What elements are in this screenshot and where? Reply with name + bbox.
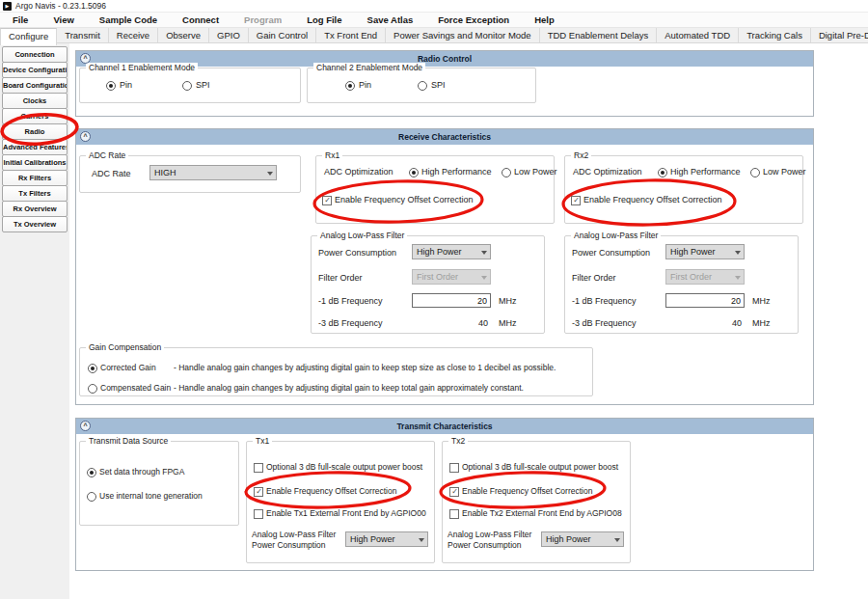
- sidebar-item-rx-overview[interactable]: Rx Overview: [2, 201, 68, 217]
- gain-compensation-legend: Gain Compensation: [86, 342, 164, 352]
- tab-configure[interactable]: Configure: [0, 28, 57, 45]
- tab-observe[interactable]: Observe: [158, 28, 209, 42]
- rx1-f1-frequency-input[interactable]: [412, 293, 491, 308]
- rx1-freq-offset-checkbox[interactable]: [322, 196, 332, 205]
- sidebar-item-tx-overview[interactable]: Tx Overview: [2, 216, 68, 232]
- menu-save-atlas[interactable]: Save Atlas: [355, 14, 426, 25]
- power-consumption-label: Power Consumption: [572, 248, 650, 258]
- mhz-unit-label: MHz: [752, 296, 771, 306]
- channel1-spi-radio[interactable]: [182, 81, 192, 91]
- sidebar-item-carriers[interactable]: Carriers: [2, 108, 68, 124]
- corrected-gain-label: Corrected Gain: [100, 363, 156, 372]
- chevron-down-icon: [481, 276, 487, 280]
- tab-digital-pre-distortion[interactable]: Digital Pre-Distortion: [811, 28, 868, 42]
- tx2-freq-offset-label: Enable Frequency Offset Correction: [462, 486, 592, 496]
- chevron-down-icon: [267, 172, 273, 176]
- tab-gpio[interactable]: GPIO: [209, 28, 249, 42]
- adc-rate-select[interactable]: HIGH: [149, 165, 277, 180]
- sidebar: Connection Device Configuration Board Co…: [0, 43, 69, 599]
- tab-receive[interactable]: Receive: [109, 28, 158, 42]
- power-consumption-label: Power Consumption: [318, 248, 396, 258]
- corrected-gain-radio[interactable]: [88, 364, 97, 373]
- sidebar-item-connection[interactable]: Connection: [2, 46, 68, 63]
- channel2-spi-label: SPI: [431, 80, 446, 90]
- menu-sample-code[interactable]: Sample Code: [87, 14, 170, 25]
- sidebar-item-rx-filters[interactable]: Rx Filters: [2, 170, 68, 186]
- rx1-adc-optimization-label: ADC Optimization: [324, 167, 393, 177]
- compensated-gain-radio[interactable]: [88, 384, 97, 394]
- sidebar-item-device-configuration[interactable]: Device Configuration: [2, 62, 68, 78]
- rx2-high-performance-radio[interactable]: [658, 168, 667, 177]
- fpga-data-radio[interactable]: [87, 468, 96, 477]
- menu-file[interactable]: File: [0, 14, 41, 25]
- tx2-lpf-power-value: High Power: [546, 534, 591, 544]
- filter-order-label: Filter Order: [572, 273, 616, 283]
- transmit-characteristics-header: ^ Transmit Characteristics: [76, 419, 813, 434]
- tab-tdd-enablement-delays[interactable]: TDD Enablement Delays: [540, 28, 658, 42]
- rx2-f3-frequency-value: 40: [665, 318, 742, 328]
- chevron-down-icon: [419, 538, 424, 542]
- channel2-spi-radio[interactable]: [418, 81, 427, 91]
- rx1-low-power-radio[interactable]: [502, 168, 511, 177]
- tx2-lpf-label-line1: Analog Low-Pass Filter: [448, 530, 531, 539]
- rx2-freq-offset-checkbox[interactable]: [571, 196, 581, 205]
- fpga-data-label: Set data through FPGA: [99, 467, 184, 476]
- tx1-ext-front-end-label: Enable Tx1 External Front End by AGPIO00: [266, 508, 426, 518]
- rx1-high-performance-radio[interactable]: [409, 168, 419, 177]
- tx1-freq-offset-checkbox[interactable]: [254, 487, 263, 497]
- menu-connect[interactable]: Connect: [170, 14, 231, 25]
- tab-gain-control[interactable]: Gain Control: [249, 28, 316, 42]
- tx1-boost-checkbox[interactable]: [254, 463, 263, 473]
- rx2-power-consumption-select[interactable]: High Power: [665, 244, 745, 259]
- collapse-button[interactable]: ^: [80, 131, 91, 142]
- rx1-freq-offset-label: Enable Frequency Offset Correction: [335, 195, 473, 204]
- adc-rate-legend: ADC Rate: [86, 150, 128, 160]
- channel1-pin-radio[interactable]: [106, 81, 116, 91]
- collapse-button[interactable]: ^: [80, 53, 91, 64]
- tab-transmit[interactable]: Transmit: [57, 28, 109, 42]
- sidebar-item-advanced-features[interactable]: Advanced Features: [2, 139, 68, 155]
- rx1-power-consumption-value: High Power: [417, 247, 462, 257]
- window-title: Argo Navis - 0.23.1.5096: [15, 1, 106, 11]
- channel2-pin-radio[interactable]: [345, 81, 355, 91]
- internal-tone-radio[interactable]: [87, 492, 96, 502]
- tab-tracking-cals[interactable]: Tracking Cals: [739, 28, 811, 42]
- chevron-down-icon: [614, 538, 620, 542]
- rx2-filter-order-value: First Order: [670, 272, 712, 282]
- receive-characteristics-header: ^ Receive Characteristics: [76, 129, 813, 145]
- rx1-power-consumption-select[interactable]: High Power: [412, 244, 491, 259]
- tx2-freq-offset-checkbox[interactable]: [449, 487, 459, 497]
- mhz-unit-label: MHz: [499, 318, 517, 328]
- tx2-lpf-power-select[interactable]: High Power: [541, 531, 624, 547]
- rx2-low-power-radio[interactable]: [750, 168, 760, 177]
- tx2-ext-front-end-checkbox[interactable]: [449, 509, 459, 519]
- collapse-button[interactable]: ^: [80, 421, 91, 431]
- transmit-data-source-legend: Transmit Data Source: [86, 436, 171, 446]
- tx1-lpf-label-line1: Analog Low-Pass Filter: [252, 530, 336, 539]
- channel1-enablement-legend: Channel 1 Enablement Mode: [86, 63, 198, 72]
- tab-automated-tdd[interactable]: Automated TDD: [657, 28, 739, 42]
- channel1-pin-label: Pin: [120, 80, 132, 90]
- f3-frequency-label: -3 dB Frequency: [318, 318, 383, 328]
- sidebar-item-radio[interactable]: Radio: [2, 123, 68, 140]
- tx2-boost-checkbox[interactable]: [449, 463, 459, 473]
- tx1-lpf-power-select[interactable]: High Power: [345, 531, 428, 547]
- menu-force-exception[interactable]: Force Exception: [425, 14, 522, 25]
- tx1-ext-front-end-checkbox[interactable]: [254, 509, 263, 519]
- menu-program: Program: [231, 14, 294, 25]
- rx2-adc-optimization-label: ADC Optimization: [573, 167, 642, 177]
- sidebar-item-tx-filters[interactable]: Tx Filters: [2, 185, 68, 202]
- sidebar-item-clocks[interactable]: Clocks: [2, 93, 68, 109]
- tab-tx-front-end[interactable]: Tx Front End: [316, 28, 386, 42]
- menu-log-file[interactable]: Log File: [294, 14, 354, 25]
- channel2-pin-label: Pin: [359, 80, 371, 90]
- menu-help[interactable]: Help: [522, 14, 567, 25]
- rx2-low-power-label: Low Power: [763, 167, 806, 177]
- tab-power-savings[interactable]: Power Savings and Monitor Mode: [386, 28, 540, 42]
- rx2-f1-frequency-input[interactable]: [665, 293, 745, 308]
- sidebar-item-initial-calibrations[interactable]: Initial Calibrations: [2, 154, 68, 171]
- menu-view[interactable]: View: [41, 14, 86, 25]
- tx2-legend: Tx2: [448, 436, 468, 446]
- sidebar-item-board-configuration[interactable]: Board Configuration: [2, 77, 68, 94]
- rx1-lpf-legend: Analog Low-Pass Filter: [317, 231, 407, 240]
